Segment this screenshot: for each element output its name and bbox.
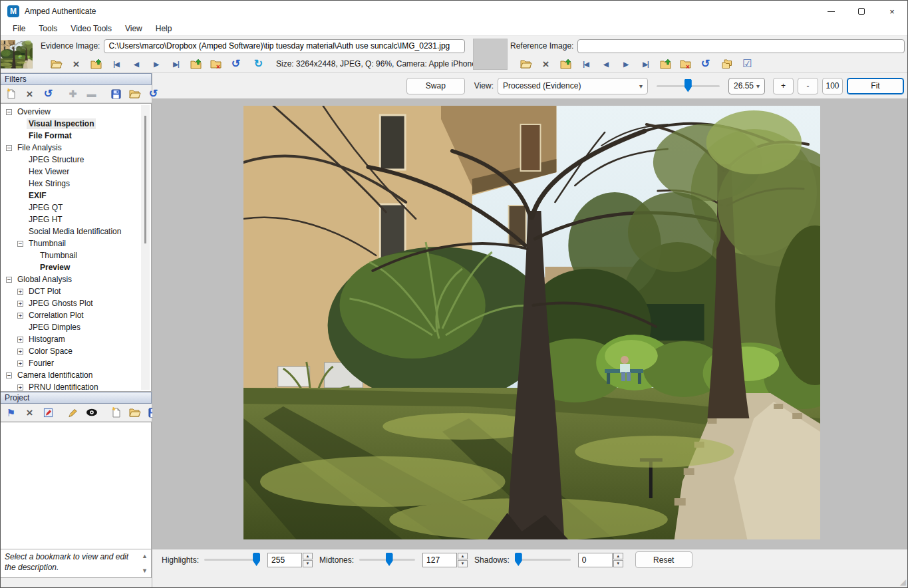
tree-item-histogram-19[interactable]: +Histogram (1, 333, 151, 345)
evidence-prev-icon[interactable]: ◀ (130, 59, 142, 70)
expand-icon[interactable]: + (17, 337, 23, 343)
midtones-input[interactable] (422, 553, 457, 567)
zoom-in-button[interactable]: + (773, 78, 794, 94)
reference-reload-icon[interactable]: ↺ (699, 59, 712, 70)
tree-item-overview-0[interactable]: −Overview (1, 106, 151, 118)
expand-icon[interactable]: + (17, 301, 23, 307)
reference-path-input[interactable] (577, 39, 905, 53)
tree-item-exif-7[interactable]: EXIF (1, 190, 151, 202)
collapse-icon[interactable]: − (6, 109, 12, 115)
tree-item-file-analysis-3[interactable]: −File Analysis (1, 142, 151, 154)
swap-button[interactable]: Swap (406, 78, 465, 94)
fit-button[interactable]: Fit (847, 78, 904, 94)
menu-help[interactable]: Help (149, 23, 179, 35)
tree-item-jpeg-dimples-18[interactable]: JPEG Dimples (1, 321, 151, 333)
tree-item-color-space-20[interactable]: +Color Space (1, 345, 151, 357)
highlights-down-icon[interactable]: ▼ (303, 560, 313, 567)
evidence-last-icon[interactable]: ▶| (170, 59, 182, 70)
expand-icon[interactable]: + (17, 289, 23, 295)
collapse-icon[interactable]: − (6, 372, 12, 378)
project-view-icon[interactable] (85, 407, 98, 418)
evidence-move-folder-icon[interactable] (190, 59, 202, 70)
zoom-out-button[interactable]: - (798, 78, 818, 94)
project-bookmark-icon[interactable]: ⚑ (5, 407, 17, 418)
tree-item-correlation-plot-17[interactable]: +Correlation Plot (1, 309, 151, 321)
expand-icon[interactable]: + (17, 349, 23, 355)
reference-first-icon[interactable]: |◀ (579, 59, 592, 70)
zoom-100-button[interactable]: 100 (822, 78, 843, 94)
collapse-icon[interactable]: − (6, 277, 12, 283)
midtones-slider-thumb[interactable] (386, 553, 393, 566)
description-scroll-down-icon[interactable]: ▼ (142, 567, 148, 575)
midtones-slider[interactable] (359, 551, 415, 568)
shadows-slider[interactable] (515, 551, 571, 568)
shadows-up-icon[interactable]: ▲ (613, 553, 623, 560)
expand-icon[interactable]: + (17, 384, 23, 390)
collapse-icon[interactable]: − (6, 145, 12, 151)
zoom-level-select[interactable]: 26.55 ▾ (728, 78, 765, 94)
project-new-icon[interactable] (110, 407, 122, 418)
evidence-reload-icon[interactable]: ↺ (229, 59, 242, 70)
image-canvas[interactable] (152, 98, 907, 549)
view-mode-select[interactable]: Processed (Evidence) ▾ (498, 78, 648, 94)
tree-item-thumbnail-11[interactable]: −Thumbnail (1, 237, 151, 249)
menu-file[interactable]: File (6, 23, 32, 35)
midtones-up-icon[interactable]: ▲ (458, 553, 468, 560)
midtones-down-icon[interactable]: ▼ (458, 560, 468, 567)
project-close-icon[interactable]: × (23, 407, 36, 418)
filters-close-icon[interactable]: × (23, 88, 36, 100)
zoom-slider-thumb[interactable] (684, 79, 692, 92)
minimize-button[interactable] (816, 1, 846, 22)
project-edit-note-icon[interactable] (42, 407, 55, 418)
tree-item-file-format-2[interactable]: File Format (1, 130, 151, 142)
reset-button[interactable]: Reset (635, 551, 692, 568)
filters-refresh-icon[interactable]: ↺ (42, 88, 55, 100)
menu-view[interactable]: View (118, 23, 149, 35)
tree-item-jpeg-ht-9[interactable]: JPEG HT (1, 214, 151, 225)
filters-new-icon[interactable] (5, 88, 17, 100)
tree-item-camera-identification-22[interactable]: −Camera Identification (1, 369, 151, 381)
maximize-button[interactable] (846, 1, 877, 22)
filters-open-icon[interactable] (128, 88, 141, 100)
zoom-slider[interactable] (657, 78, 720, 94)
tree-item-thumbnail-12[interactable]: Thumbnail (1, 249, 151, 261)
tree-item-jpeg-structure-4[interactable]: JPEG Structure (1, 154, 151, 166)
tree-item-preview-13[interactable]: Preview (1, 261, 151, 273)
filters-save-icon[interactable] (110, 88, 122, 100)
tree-item-fourier-21[interactable]: +Fourier (1, 357, 151, 369)
highlights-up-icon[interactable]: ▲ (303, 553, 313, 560)
project-pencil-icon[interactable] (67, 407, 79, 418)
shadows-input[interactable] (578, 553, 613, 567)
reference-close-icon[interactable]: × (539, 59, 552, 70)
highlights-input[interactable] (267, 553, 302, 567)
close-button[interactable]: × (877, 1, 907, 22)
filters-tree-scrollbar[interactable] (141, 105, 150, 390)
resize-grip[interactable]: ◢ (900, 578, 906, 586)
evidence-open-icon[interactable] (50, 59, 63, 70)
tree-item-dct-plot-15[interactable]: +DCT Plot (1, 285, 151, 297)
evidence-first-icon[interactable]: |◀ (110, 59, 122, 70)
evidence-sync-icon[interactable]: ↻ (252, 59, 265, 70)
reference-prev-icon[interactable]: ◀ (599, 59, 612, 70)
reference-open-icon[interactable] (520, 59, 532, 70)
evidence-close-icon[interactable]: × (70, 59, 82, 70)
description-scroll-up-icon[interactable]: ▲ (142, 552, 148, 560)
reference-last-icon[interactable]: ▶| (639, 59, 652, 70)
filters-zoom-in-icon[interactable]: ✚ (67, 88, 79, 100)
reference-copy-icon[interactable] (721, 59, 734, 70)
evidence-next-icon[interactable]: ▶ (150, 59, 162, 70)
collapse-icon[interactable]: − (17, 241, 23, 247)
tree-item-jpeg-ghosts-plot-16[interactable]: +JPEG Ghosts Plot (1, 297, 151, 309)
shadows-slider-thumb[interactable] (515, 553, 522, 566)
evidence-delete-folder-icon[interactable]: × (210, 59, 222, 70)
highlights-slider[interactable] (204, 551, 260, 568)
tree-item-hex-strings-6[interactable]: Hex Strings (1, 178, 151, 190)
shadows-down-icon[interactable]: ▼ (613, 560, 623, 567)
tree-item-jpeg-qt-8[interactable]: JPEG QT (1, 202, 151, 214)
expand-icon[interactable]: + (17, 313, 23, 319)
tree-item-prnu-identification-23[interactable]: +PRNU Identification (1, 381, 151, 392)
tree-item-hex-viewer-5[interactable]: Hex Viewer (1, 166, 151, 178)
evidence-export-folder-icon[interactable] (90, 59, 102, 70)
tree-item-social-media-identification-10[interactable]: Social Media Identification (1, 225, 151, 237)
project-open-icon[interactable] (128, 407, 141, 418)
